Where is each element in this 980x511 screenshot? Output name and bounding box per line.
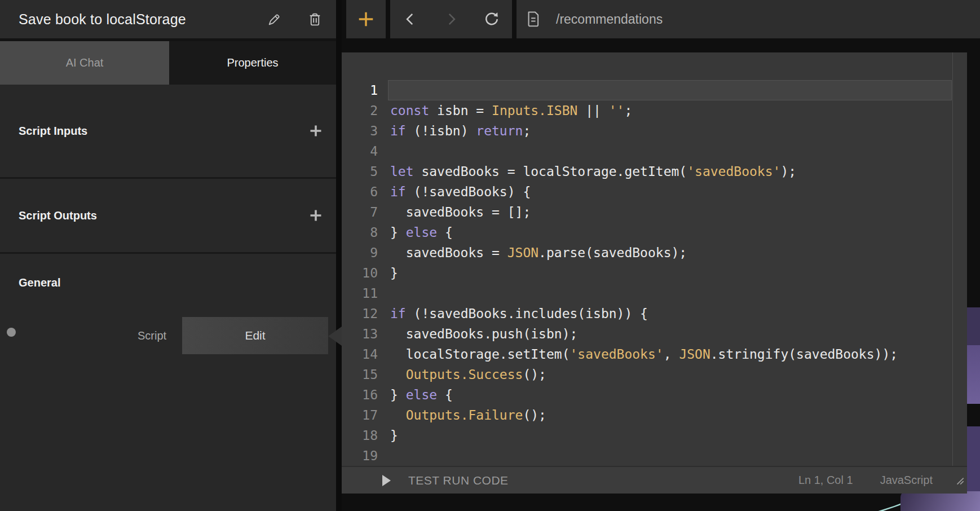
code-line[interactable]: 8} else { [342,222,967,243]
code-line[interactable]: 6if (!savedBooks) { [342,182,967,202]
code-text: if (!savedBooks.includes(isbn)) { [388,303,952,324]
code-text: let savedBooks = localStorage.getItem('s… [388,161,952,182]
line-number: 5 [342,161,378,182]
page-url-bar[interactable]: /recommendations [517,0,980,38]
refresh-icon [483,11,500,28]
page-title: Save book to localStorage [19,11,263,28]
resize-grip-icon[interactable] [954,475,965,486]
code-text [388,80,952,100]
refresh-button[interactable] [480,8,503,30]
code-text [388,446,952,466]
chevron-right-icon [443,11,459,27]
line-number: 2 [342,100,378,121]
code-text: Outputs.Success(); [388,364,952,385]
popover-pointer [328,327,342,346]
code-text: savedBooks = JSON.parse(savedBooks); [388,243,952,263]
panel-tabs: AI Chat Properties [0,41,336,85]
tab-label: AI Chat [66,56,104,69]
back-button[interactable] [399,8,422,30]
script-property-row: Script Edit [0,317,336,354]
code-text: if (!savedBooks) { [388,182,952,202]
add-script-input-button[interactable] [304,120,327,142]
line-number: 17 [342,405,378,425]
plus-icon [308,124,323,138]
line-number: 8 [342,222,378,243]
code-line[interactable]: 10} [342,263,967,283]
code-line[interactable]: 16} else { [342,385,967,405]
add-script-output-button[interactable] [304,204,327,227]
line-number: 10 [342,263,378,283]
flow-node-fragment[interactable] [967,307,980,345]
forward-button[interactable] [440,8,462,30]
code-line[interactable]: 7 savedBooks = []; [342,202,967,222]
script-outputs-heading: Script Outputs [19,209,97,222]
code-text: savedBooks = []; [388,202,952,222]
code-text: } else { [388,222,952,243]
line-number: 4 [342,141,378,161]
plus-icon [357,10,375,28]
code-line[interactable]: 1 [342,80,967,100]
page-path: /recommendations [556,12,663,27]
code-line[interactable]: 9 savedBooks = JSON.parse(savedBooks); [342,243,967,263]
code-line[interactable]: 11 [342,283,967,303]
binding-dot-icon[interactable] [7,328,16,337]
code-text [388,283,952,303]
code-line[interactable]: 4 [342,141,967,161]
flow-node-fragment[interactable] [967,426,980,494]
line-number: 14 [342,344,378,364]
line-number: 15 [342,364,378,385]
code-text [388,141,952,161]
code-lines: 12const isbn = Inputs.ISBN || '';3if (!i… [342,80,967,466]
browser-nav-controls [390,0,512,38]
play-icon [380,474,392,487]
language-indicator[interactable]: JavaScript [880,474,933,487]
script-inputs-heading: Script Inputs [19,125,87,138]
script-inputs-section: Script Inputs [0,85,336,179]
tab-label: Properties [227,56,278,69]
panel-divider[interactable] [336,0,342,511]
line-number: 13 [342,324,378,344]
code-line[interactable]: 15 Outputs.Success(); [342,364,967,385]
line-number: 1 [342,80,378,100]
code-line[interactable]: 13 savedBooks.push(isbn); [342,324,967,344]
code-line[interactable]: 19 [342,446,967,466]
flow-node-fragment[interactable] [900,491,980,511]
code-line[interactable]: 18} [342,425,967,446]
app-root: nt ok nt Save book to localStorage [0,0,980,511]
flow-node-fragment[interactable] [967,345,980,404]
code-text: savedBooks.push(isbn); [388,324,952,344]
chevron-left-icon [403,11,418,27]
edit-script-button[interactable]: Edit [182,317,328,354]
line-number: 3 [342,121,378,141]
line-number: 7 [342,202,378,222]
edit-title-button[interactable] [263,8,285,30]
code-line[interactable]: 2const isbn = Inputs.ISBN || ''; [342,100,967,121]
code-text: } [388,425,952,446]
code-text: } [388,263,952,283]
code-line[interactable]: 3if (!isbn) return; [342,121,967,141]
delete-button[interactable] [303,8,326,30]
code-line[interactable]: 14 localStorage.setItem('savedBooks', JS… [342,344,967,364]
script-property-label: Script [138,317,166,354]
code-editor-panel: 12const isbn = Inputs.ISBN || '';3if (!i… [342,52,967,494]
panel-title-bar: Save book to localStorage [0,0,336,38]
code-area[interactable]: 12const isbn = Inputs.ISBN || '';3if (!i… [342,52,967,466]
code-line[interactable]: 12if (!savedBooks.includes(isbn)) { [342,303,967,324]
code-text: Outputs.Failure(); [388,405,952,425]
properties-panel: Save book to localStorage AI Chat [0,0,336,511]
code-line[interactable]: 5let savedBooks = localStorage.getItem('… [342,161,967,182]
add-page-button[interactable] [346,0,386,38]
line-number: 11 [342,283,378,303]
tab-properties[interactable]: Properties [169,41,336,85]
cursor-position: Ln 1, Col 1 [798,474,853,487]
code-line[interactable]: 17 Outputs.Failure(); [342,405,967,425]
trash-icon [307,12,323,27]
test-run-button[interactable] [379,473,394,488]
general-heading: General [19,276,60,289]
test-run-label[interactable]: TEST RUN CODE [408,474,509,487]
code-text: localStorage.setItem('savedBooks', JSON.… [388,344,952,364]
script-outputs-section: Script Outputs [0,179,336,254]
tab-ai-chat[interactable]: AI Chat [0,41,169,85]
code-text: const isbn = Inputs.ISBN || ''; [388,100,952,121]
editor-status-bar: TEST RUN CODE Ln 1, Col 1 JavaScript [342,466,967,494]
